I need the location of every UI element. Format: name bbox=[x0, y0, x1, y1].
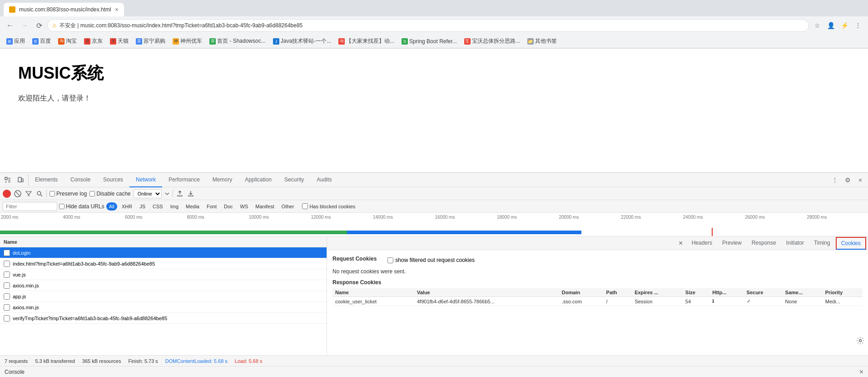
row-checkbox[interactable] bbox=[4, 315, 10, 322]
list-row[interactable]: verifyTmpTicket?tmpTicket=a6fd1ab3-bcab-… bbox=[0, 313, 327, 324]
row-checkbox[interactable] bbox=[4, 304, 10, 311]
bookmark-label: 天猫 bbox=[118, 37, 129, 45]
col-http: Http... bbox=[709, 288, 744, 297]
reload-button[interactable]: ⟳ bbox=[33, 19, 45, 32]
timeline[interactable]: 2000 ms 4000 ms 6000 ms 8000 ms 10000 ms… bbox=[0, 213, 868, 236]
detail-tab-response[interactable]: Response bbox=[747, 237, 781, 250]
record-button[interactable] bbox=[3, 190, 11, 198]
devtools-settings-btn[interactable]: ⚙ bbox=[842, 174, 853, 186]
bookmark-game[interactable]: 动 【大家来找茬】动... bbox=[336, 36, 397, 46]
search-button[interactable] bbox=[35, 190, 44, 198]
row-checkbox[interactable] bbox=[4, 250, 10, 256]
row-name: doLogin bbox=[13, 250, 30, 256]
bookmark-label: 应用 bbox=[14, 37, 25, 45]
row-checkbox[interactable] bbox=[4, 293, 10, 300]
tab-security[interactable]: Security bbox=[278, 173, 310, 187]
row-checkbox[interactable] bbox=[4, 271, 10, 278]
bookmark-taobao[interactable]: 淘 淘宝 bbox=[55, 36, 79, 46]
filter-manifest[interactable]: Manifest bbox=[253, 202, 277, 211]
detail-tab-preview[interactable]: Preview bbox=[718, 237, 746, 250]
devtools-close-btn[interactable]: × bbox=[854, 174, 866, 186]
row-checkbox[interactable] bbox=[4, 282, 10, 289]
clear-button[interactable] bbox=[14, 190, 22, 198]
profile-button[interactable]: 👤 bbox=[824, 19, 837, 32]
list-row[interactable]: doLogin bbox=[0, 247, 327, 258]
filter-doc[interactable]: Doc bbox=[221, 202, 236, 211]
console-close-btn[interactable]: × bbox=[859, 368, 863, 376]
bookmark-label: 苏宁易购 bbox=[144, 37, 165, 45]
show-filtered-checkbox[interactable] bbox=[387, 257, 393, 263]
bookmark-shadowsoc[interactable]: 首 首页 - Shadowsoc... bbox=[207, 36, 268, 46]
bookmark-button[interactable]: ☆ bbox=[811, 19, 823, 32]
detail-tab-cookies[interactable]: Cookies bbox=[836, 237, 866, 250]
bookmark-tmall[interactable]: 天 天猫 bbox=[107, 36, 131, 46]
bookmark-baowei[interactable]: 宝 宝沃总体拆分思路... bbox=[461, 36, 523, 46]
filter-js[interactable]: JS bbox=[137, 202, 148, 211]
tab-console[interactable]: Console bbox=[64, 173, 97, 187]
list-header-name-label: Name bbox=[4, 239, 17, 245]
bookmark-apps[interactable]: ⊞ 应用 bbox=[4, 36, 28, 46]
has-blocked-cookies-checkbox[interactable]: Has blocked cookies bbox=[302, 203, 355, 209]
extensions-button[interactable]: ⚡ bbox=[838, 19, 851, 32]
detail-tab-timing[interactable]: Timing bbox=[809, 237, 835, 250]
address-bar[interactable]: ⚠ 不安全 | music.com:8083/sso-music/index.h… bbox=[47, 19, 809, 32]
filter-ws[interactable]: WS bbox=[238, 202, 251, 211]
list-row[interactable]: index.html?tmpTicket=a6fd1ab3-bcab-45fc-… bbox=[0, 258, 327, 269]
tab-application[interactable]: Application bbox=[238, 173, 278, 187]
svg-line-6 bbox=[40, 195, 42, 196]
tab-performance[interactable]: Performance bbox=[162, 173, 206, 187]
detail-tab-headers[interactable]: Headers bbox=[687, 237, 717, 250]
tab-close-btn[interactable]: × bbox=[115, 6, 119, 13]
detail-content: Request Cookies show filtered out reques… bbox=[327, 250, 868, 355]
menu-button[interactable]: ⋮ bbox=[852, 19, 864, 32]
filter-xhr[interactable]: XHR bbox=[119, 202, 135, 211]
filter-font[interactable]: Font bbox=[204, 202, 219, 211]
tab-elements[interactable]: Elements bbox=[29, 173, 64, 187]
filter-input[interactable] bbox=[3, 202, 57, 211]
disable-cache-checkbox[interactable]: Disable cache bbox=[89, 191, 130, 197]
bookmark-baidu[interactable]: B 百度 bbox=[30, 36, 54, 46]
filter-button[interactable] bbox=[25, 190, 33, 198]
list-row[interactable]: app.js bbox=[0, 291, 327, 302]
detail-close-btn[interactable]: × bbox=[675, 238, 686, 249]
timeline-ruler: 2000 ms 4000 ms 6000 ms 8000 ms 10000 ms… bbox=[0, 213, 868, 220]
list-row[interactable]: axios.min.js bbox=[0, 280, 327, 291]
tick-14000: 14000 ms bbox=[372, 215, 434, 220]
filter-img[interactable]: Img bbox=[168, 202, 181, 211]
bookmark-jd[interactable]: 京 京东 bbox=[81, 36, 105, 46]
filter-other[interactable]: Other bbox=[279, 202, 297, 211]
hide-data-urls-checkbox[interactable]: Hide data URLs bbox=[59, 203, 104, 210]
filter-css[interactable]: CSS bbox=[150, 202, 166, 211]
bookmark-shenzhou[interactable]: 神 神州优车 bbox=[170, 36, 205, 46]
filter-media[interactable]: Media bbox=[183, 202, 202, 211]
dom-content-loaded-link[interactable]: DOMContentLoaded: 5.68 s bbox=[165, 358, 228, 364]
filter-all[interactable]: All bbox=[106, 202, 117, 211]
devtools-more-btn[interactable]: ⋮ bbox=[829, 174, 841, 186]
detail-tab-initiator[interactable]: Initiator bbox=[782, 237, 808, 250]
tab-memory[interactable]: Memory bbox=[206, 173, 238, 187]
tab-network[interactable]: Network bbox=[129, 173, 162, 187]
list-row[interactable]: vue.js bbox=[0, 269, 327, 280]
bookmark-label: 其他书签 bbox=[535, 37, 557, 45]
load-link[interactable]: Load: 5.68 s bbox=[235, 358, 263, 364]
inspect-element-btn[interactable] bbox=[2, 174, 14, 186]
row-checkbox[interactable] bbox=[4, 261, 10, 267]
device-toggle-btn[interactable] bbox=[15, 174, 26, 186]
throttle-select[interactable]: Online bbox=[134, 189, 162, 198]
tab-title: music.com:8083/sso-music/index.html bbox=[19, 6, 111, 13]
bookmark-other[interactable]: 📁 其他书签 bbox=[525, 36, 560, 46]
bookmark-spring[interactable]: S Spring Boot Refer... bbox=[399, 37, 460, 45]
import-button[interactable] bbox=[176, 190, 184, 198]
tab-audits[interactable]: Audits bbox=[310, 173, 338, 187]
jd-icon: 京 bbox=[84, 38, 90, 45]
active-tab[interactable]: music.com:8083/sso-music/index.html × bbox=[4, 3, 124, 16]
back-button[interactable]: ← bbox=[4, 19, 16, 32]
preserve-log-checkbox[interactable]: Preserve log bbox=[50, 191, 87, 197]
tab-sources[interactable]: Sources bbox=[97, 173, 129, 187]
forward-button[interactable]: → bbox=[18, 19, 31, 32]
cookie-priority: Medi... bbox=[823, 297, 863, 306]
export-button[interactable] bbox=[187, 190, 195, 198]
bookmark-suning[interactable]: 苏 苏宁易购 bbox=[133, 36, 168, 46]
list-row[interactable]: axios.min.js bbox=[0, 302, 327, 313]
bookmark-java[interactable]: J Java技术驿站-一个... bbox=[270, 36, 334, 46]
